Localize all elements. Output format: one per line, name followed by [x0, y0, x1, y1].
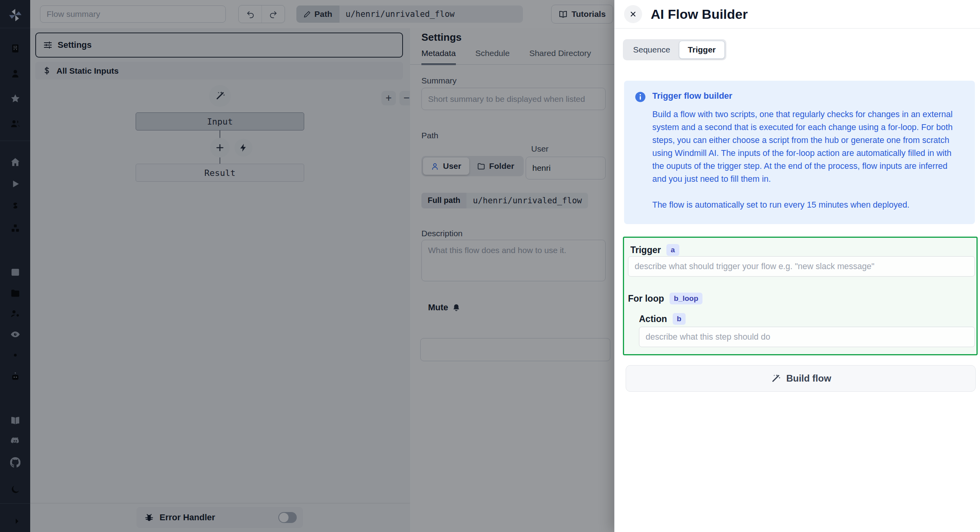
trigger-step-badge: a	[666, 244, 679, 256]
wand-sparkles-icon	[770, 373, 781, 384]
windmill-flow-editor: Path u/henri/unrivaled_flow Tutorials Se…	[0, 0, 980, 532]
build-flow-label: Build flow	[786, 373, 831, 384]
trigger-label: Trigger	[630, 245, 661, 255]
action-step-badge: b	[673, 313, 686, 325]
ai-flow-builder-drawer: AI Flow Builder Sequence Trigger Trigger…	[614, 0, 980, 532]
tab-sequence[interactable]: Sequence	[624, 41, 679, 58]
trigger-builder-section: Trigger a For loop b_loop Action b	[623, 237, 978, 355]
ai-mode-tabs: Sequence Trigger	[623, 39, 726, 60]
forloop-label: For loop	[628, 293, 664, 304]
info-icon	[634, 91, 646, 103]
drawer-title: AI Flow Builder	[651, 7, 748, 22]
info-title: Trigger flow builder	[652, 91, 962, 101]
action-label: Action	[639, 314, 667, 324]
drawer-header: AI Flow Builder	[615, 0, 980, 29]
close-drawer-button[interactable]	[624, 5, 642, 23]
close-icon	[628, 9, 638, 19]
trigger-info-box: Trigger flow builder Build a flow with t…	[624, 81, 975, 224]
action-description-input[interactable]	[639, 327, 975, 347]
info-footer: The flow is automatically set to run eve…	[652, 199, 962, 212]
forloop-step-badge: b_loop	[670, 293, 702, 304]
trigger-description-input[interactable]	[628, 256, 975, 277]
info-body: Build a flow with two scripts, one that …	[652, 108, 962, 186]
tab-trigger[interactable]: Trigger	[679, 41, 725, 59]
drawer-dim-overlay[interactable]	[0, 0, 614, 532]
build-flow-button[interactable]: Build flow	[626, 365, 976, 392]
